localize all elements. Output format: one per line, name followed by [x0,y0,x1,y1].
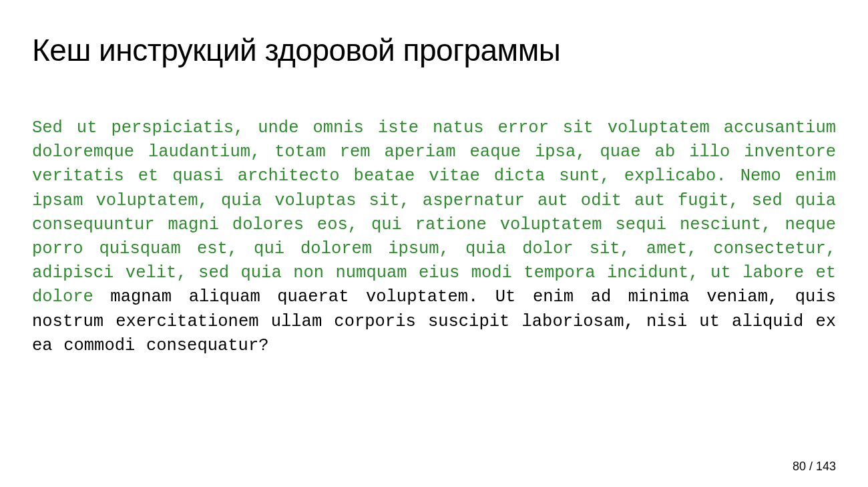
slide-title: Кеш инструкций здоровой программы [32,32,836,68]
uncached-text-black: magnam aliquam quaerat voluptatem. Ut en… [32,287,836,355]
page-number: 80 / 143 [793,460,836,474]
page-total: 143 [816,460,836,473]
cached-text-green: Sed ut perspiciatis, unde omnis iste nat… [32,118,836,307]
page-current: 80 [793,460,806,473]
slide-container: Кеш инструкций здоровой программы Sed ut… [0,0,868,487]
slide-body-text: Sed ut perspiciatis, unde omnis iste nat… [32,116,836,358]
page-separator: / [806,460,816,473]
